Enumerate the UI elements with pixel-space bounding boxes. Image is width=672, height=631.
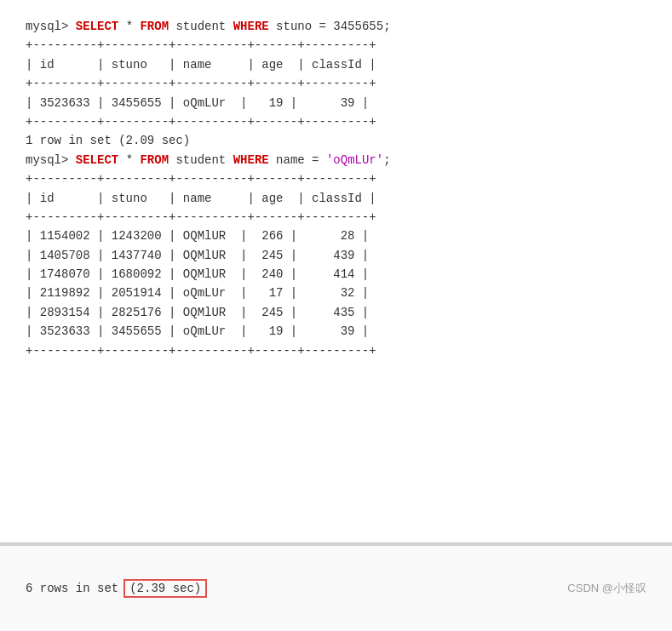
table-row-1: | 3523633 | 3455655 | oQmLUr | 19 | 39 | (26, 94, 646, 112)
result-line: 6 rows in set (2.39 sec) (26, 579, 207, 598)
table-row-5: | 2119892 | 2051914 | oQmLUr | 17 | 32 | (26, 284, 646, 302)
time-highlight: (2.39 sec) (123, 579, 207, 598)
table-row-7: | 3523633 | 3455655 | oQmLUr | 19 | 39 | (26, 322, 646, 341)
table-header-1: | id | stuno | name | age | classId | (26, 55, 646, 74)
keyword-where-2: WHERE (233, 153, 269, 167)
table-sep-3: +---------+---------+----------+------+-… (26, 112, 646, 131)
bottom-area: 6 rows in set (2.39 sec) CSDN @小怪叹 (0, 546, 672, 631)
watermark: CSDN @小怪叹 (567, 581, 646, 596)
string-value: 'oQmLUr' (326, 153, 383, 167)
row-count-1: 1 row in set (2.09 sec) (26, 131, 646, 150)
mysql-prompt: mysql> (26, 20, 76, 33)
keyword-from: FROM (140, 20, 169, 33)
table-sep-6: +---------+---------+----------+------+-… (26, 341, 646, 360)
mysql-prompt-2: mysql> (26, 153, 76, 167)
table-sep-1: +---------+---------+----------+------+-… (26, 36, 646, 54)
table-sep-5: +---------+---------+----------+------+-… (26, 208, 646, 227)
table-header-2: | id | stuno | name | age | classId | (26, 189, 646, 208)
table-sep-2: +---------+---------+----------+------+-… (26, 74, 646, 93)
code-area: mysql> SELECT * FROM student WHERE stuno… (0, 0, 672, 546)
table-sep-4: +---------+---------+----------+------+-… (26, 169, 646, 188)
code-line-2: mysql> SELECT * FROM student WHERE name … (26, 151, 646, 169)
keyword-select-2: SELECT (76, 153, 118, 167)
keyword-select: SELECT (76, 20, 118, 33)
row-count-prefix: 6 rows in set (26, 582, 118, 595)
table-row-3: | 1405708 | 1437740 | OQMlUR | 245 | 439… (26, 246, 646, 265)
main-container: mysql> SELECT * FROM student WHERE stuno… (0, 0, 672, 631)
table-row-4: | 1748070 | 1680092 | OQMlUR | 240 | 414… (26, 265, 646, 284)
keyword-from-2: FROM (140, 153, 169, 167)
table-row-2: | 1154002 | 1243200 | OQMlUR | 266 | 28 … (26, 227, 646, 245)
keyword-where: WHERE (233, 20, 269, 33)
table-row-6: | 2893154 | 2825176 | OQMlUR | 245 | 435… (26, 303, 646, 322)
code-line-1: mysql> SELECT * FROM student WHERE stuno… (26, 17, 646, 36)
